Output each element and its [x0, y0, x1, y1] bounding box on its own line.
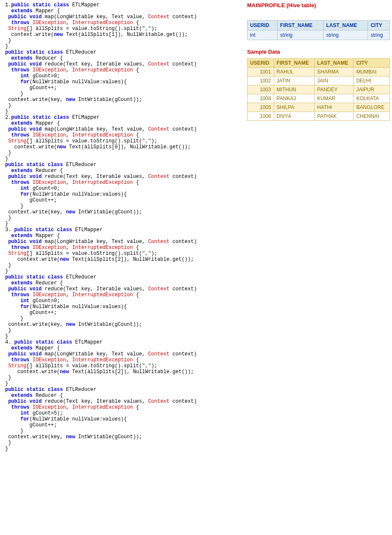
code-panel: 1.public static class ETLMapper extends … — [2, 2, 243, 452]
code-line: extends Reducer { — [2, 280, 243, 286]
code-line: } — [2, 428, 243, 434]
code-line: public static class ETLReducer — [2, 387, 243, 393]
table-cell: JAIN — [314, 76, 354, 85]
table-cell: JATIN — [274, 76, 314, 85]
table-cell: PANDEY — [314, 85, 354, 94]
sample-col-header: LAST_NAME — [314, 59, 354, 68]
right-panel: MAINPROFILE (Hive table) USERIDFIRST_NAM… — [243, 2, 390, 121]
code-line: } — [2, 446, 243, 452]
code-line: public void map(LongWritable key, Text v… — [2, 126, 243, 132]
code-line: extends Mapper { — [2, 8, 243, 14]
schema-col-header: LAST_NAME — [324, 21, 368, 30]
code-line: 1.public static class ETLMapper — [2, 2, 243, 8]
code-line: for(NullWritable nullValue:values){ — [2, 304, 243, 310]
table-cell: CHENNAI — [354, 112, 390, 121]
schema-col-type: string — [278, 30, 324, 40]
table-cell: KUMAR — [314, 94, 354, 103]
code-line: } — [2, 381, 243, 387]
code-line: 2.public static class ETLMapper — [2, 115, 243, 120]
code-line: } — [2, 440, 243, 446]
code-line: extends Reducer { — [2, 168, 243, 174]
table-cell: MITHUN — [274, 85, 314, 94]
code-line: public void map(LongWritable key, Text v… — [2, 239, 243, 245]
code-line: } — [2, 203, 243, 209]
schema-col-type: string — [368, 30, 390, 40]
code-line: } — [2, 44, 243, 49]
hive-table-title: MAINPROFILE (Hive table) — [247, 2, 390, 8]
code-line: } — [2, 215, 243, 221]
code-line: extends Reducer { — [2, 393, 243, 399]
code-line: int gCount=0; — [2, 73, 243, 79]
code-line: throws IOException, InterruptedException… — [2, 180, 243, 186]
table-cell: 1002 — [248, 76, 274, 85]
code-line: for(NullWritable nullValue:values){ — [2, 191, 243, 197]
code-line: 4. public static class ETLMapper — [2, 339, 243, 345]
sample-col-header: USERID — [248, 59, 274, 68]
table-cell: DIVYA — [274, 112, 314, 121]
code-line: for(NullWritable nullValue:values){ — [2, 79, 243, 85]
code-line: int gCount=5|; — [2, 410, 243, 416]
table-cell: PATHAK — [314, 112, 354, 121]
code-line: extends Mapper { — [2, 233, 243, 239]
table-cell: SHARMA — [314, 68, 354, 76]
code-line: String[] àllSplits = value.toString().sp… — [2, 26, 243, 32]
schema-table: USERIDFIRST_NAMELAST_NAMECITY intstrings… — [247, 20, 390, 40]
code-line: public void map(LongWritable key, Text v… — [2, 14, 243, 20]
code-line: throws IOException, InterruptedException… — [2, 67, 243, 73]
code-line: } — [2, 103, 243, 109]
table-cell: BANGLORE — [354, 103, 390, 112]
table-row: 1001RAHULSHARMAMUMBAI — [248, 68, 390, 76]
code-line: context.write(new Text(àllSplits[2]), Nu… — [2, 257, 243, 262]
code-line: } — [2, 38, 243, 44]
code-line: context.write(new Text(àllSplits[1]), Nu… — [2, 32, 243, 38]
table-cell: 1006 — [248, 112, 274, 121]
table-cell: SHILPA — [274, 103, 314, 112]
code-line: } — [2, 221, 243, 227]
code-line: String[] àllSplits = value.toString().sp… — [2, 363, 243, 369]
code-line: } — [2, 316, 243, 322]
code-line: throws IOException, InterruptedException… — [2, 404, 243, 410]
table-cell: JAIPUR — [354, 85, 390, 94]
table-row: 1006DIVYAPATHAKCHENNAI — [248, 112, 390, 121]
code-line: public void reduce(Text key, Iterable va… — [2, 286, 243, 292]
code-line: context.write(key, new IntWritable(gCoun… — [2, 209, 243, 215]
code-line: public static class ETLReducer — [2, 162, 243, 168]
code-line: throws IOException, InterruptedException… — [2, 292, 243, 298]
code-line: String[] àllSplits = value.toString().sp… — [2, 138, 243, 144]
code-line: context.write(new Text(àllSplits[2]), Nu… — [2, 369, 243, 375]
code-line: throws IOException, InterruptedException… — [2, 245, 243, 251]
table-cell: 1003 — [248, 85, 274, 94]
code-line: context.write(key, new IntWritable(gCoun… — [2, 434, 243, 440]
code-line: extends Reducer { — [2, 55, 243, 61]
code-line: } — [2, 91, 243, 97]
code-line: extends Mapper { — [2, 120, 243, 126]
code-line: } — [2, 262, 243, 268]
code-line: public static class ETLReducer — [2, 274, 243, 280]
code-line: public void reduce(Text key, Iterable va… — [2, 61, 243, 67]
code-line: gCount++; — [2, 85, 243, 91]
code-line: String[] àllSplits = value.toString().sp… — [2, 251, 243, 257]
sample-col-header: CITY — [354, 59, 390, 68]
code-line: } — [2, 328, 243, 333]
code-line: } — [2, 375, 243, 381]
code-line: public void reduce(Text key, Iterable va… — [2, 174, 243, 180]
schema-col-header: CITY — [368, 21, 390, 30]
code-line: int gCount=0; — [2, 298, 243, 304]
code-line: int gCount=0; — [2, 186, 243, 191]
schema-col-type: string — [324, 30, 368, 40]
schema-col-header: FIRST_NAME — [278, 21, 324, 30]
sample-col-header: FIRST_NAME — [274, 59, 314, 68]
schema-col-type: int — [248, 30, 278, 40]
code-line: } — [2, 109, 243, 115]
table-cell: 1004 — [248, 94, 274, 103]
code-line: 3. public static class ETLMapper — [2, 227, 243, 233]
table-row: 1002JATINJAINDELHI — [248, 76, 390, 85]
code-line: context.write(new Text(àllSplits[0]), Nu… — [2, 144, 243, 150]
table-cell: HATHI — [314, 103, 354, 112]
table-cell: 1005 — [248, 103, 274, 112]
table-cell: RAHUL — [274, 68, 314, 76]
code-line: public static class ETLReducer — [2, 49, 243, 55]
schema-col-header: USERID — [248, 21, 278, 30]
table-row: 1005SHILPAHATHIBANGLORE — [248, 103, 390, 112]
code-line: for(NullWritable nullValue:values){ — [2, 416, 243, 422]
